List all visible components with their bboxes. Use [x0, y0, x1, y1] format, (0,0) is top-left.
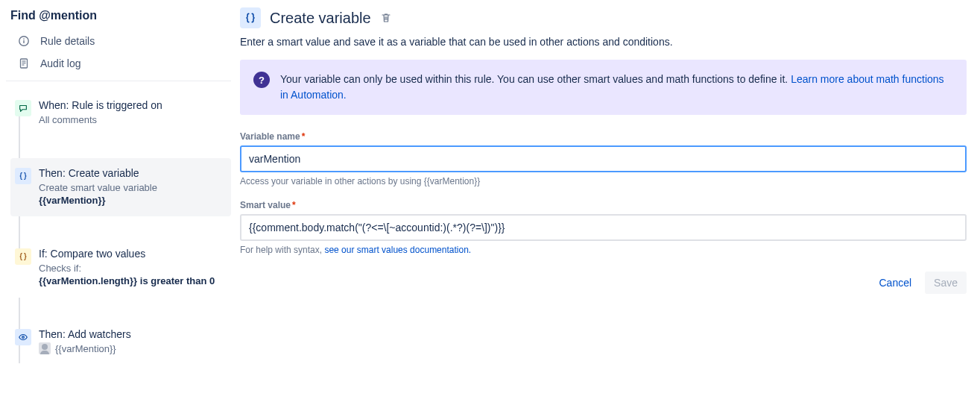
step-desc: All comments [39, 113, 224, 127]
field-label: Smart value* [240, 200, 967, 210]
braces-icon [15, 248, 31, 265]
trash-icon [380, 12, 392, 24]
field-variable-name: Variable name* Access your variable in o… [240, 131, 967, 186]
info-text-content: Your variable can only be used within th… [280, 73, 791, 85]
info-panel: ? Your variable can only be used within … [240, 60, 967, 115]
nav-audit-log[interactable]: Audit log [6, 52, 231, 75]
panel-title: Create variable [270, 10, 371, 27]
step-desc-bold: {{varMention}} [39, 195, 106, 206]
help-link[interactable]: see our smart values documentation. [324, 245, 471, 255]
braces-icon [15, 168, 31, 184]
step-desc-text: {{varMention}} [55, 343, 116, 354]
nav-label: Rule details [40, 35, 95, 47]
step-desc-line: Create smart value variable [39, 182, 157, 193]
comment-icon [15, 100, 31, 116]
field-smart-value: Smart value* For help with syntax, see o… [240, 200, 967, 255]
step-body: Then: Create variable Create smart value… [39, 167, 224, 207]
help-text: For help with syntax, [240, 245, 324, 255]
cancel-button[interactable]: Cancel [870, 272, 920, 294]
braces-icon [240, 7, 261, 28]
step-desc: {{varMention}} [39, 342, 224, 356]
divider [6, 81, 231, 81]
step-desc: Create smart value variable {{varMention… [39, 181, 224, 207]
step-title: Then: Add watchers [39, 328, 224, 340]
info-text: Your variable can only be used within th… [280, 72, 953, 103]
help-icon: ? [253, 72, 270, 88]
step-body: When: Rule is triggered on All comments [39, 99, 224, 127]
sidebar: Find @mention Rule details Audit log Whe… [0, 0, 231, 417]
rule-steps: When: Rule is triggered on All comments … [6, 90, 231, 364]
nav-label: Audit log [40, 57, 80, 69]
variable-name-input[interactable] [240, 145, 967, 172]
step-body: If: Compare two values Checks if: {{varM… [39, 248, 224, 288]
required-indicator: * [302, 131, 306, 142]
step-create-variable[interactable]: Then: Create variable Create smart value… [10, 158, 231, 216]
rule-title: Find @mention [6, 6, 231, 30]
step-desc-bold: {{varMention.length}} is greater than 0 [39, 275, 215, 286]
label-text: Smart value [240, 200, 291, 210]
main-panel: Create variable Enter a smart value and … [231, 0, 980, 417]
save-button[interactable]: Save [925, 272, 967, 294]
info-icon [18, 35, 30, 47]
document-icon [18, 57, 30, 69]
delete-button[interactable] [380, 12, 392, 24]
label-text: Variable name [240, 131, 300, 142]
step-desc-line: Checks if: [39, 263, 81, 274]
smart-value-input[interactable] [240, 214, 967, 241]
field-label: Variable name* [240, 131, 967, 142]
svg-rect-1 [23, 40, 24, 43]
main-header: Create variable [240, 7, 967, 28]
step-desc: Checks if: {{varMention.length}} is grea… [39, 262, 224, 288]
required-indicator: * [292, 200, 296, 210]
panel-subtitle: Enter a smart value and save it as a var… [240, 36, 967, 48]
eye-icon [15, 329, 31, 345]
step-title: When: Rule is triggered on [39, 99, 224, 111]
svg-point-7 [22, 336, 25, 338]
step-title: Then: Create variable [39, 167, 224, 179]
nav-rule-details[interactable]: Rule details [6, 30, 231, 52]
step-trigger[interactable]: When: Rule is triggered on All comments [10, 90, 231, 136]
field-help: Access your variable in other actions by… [240, 176, 967, 186]
step-body: Then: Add watchers {{varMention}} [39, 328, 224, 356]
svg-rect-2 [23, 39, 24, 40]
step-title: If: Compare two values [39, 248, 224, 260]
field-help: For help with syntax, see our smart valu… [240, 245, 967, 255]
form-actions: Cancel Save [240, 272, 967, 294]
step-compare[interactable]: If: Compare two values Checks if: {{varM… [10, 239, 231, 297]
avatar-placeholder-icon [39, 342, 51, 354]
step-add-watchers[interactable]: Then: Add watchers {{varMention}} [10, 319, 231, 365]
